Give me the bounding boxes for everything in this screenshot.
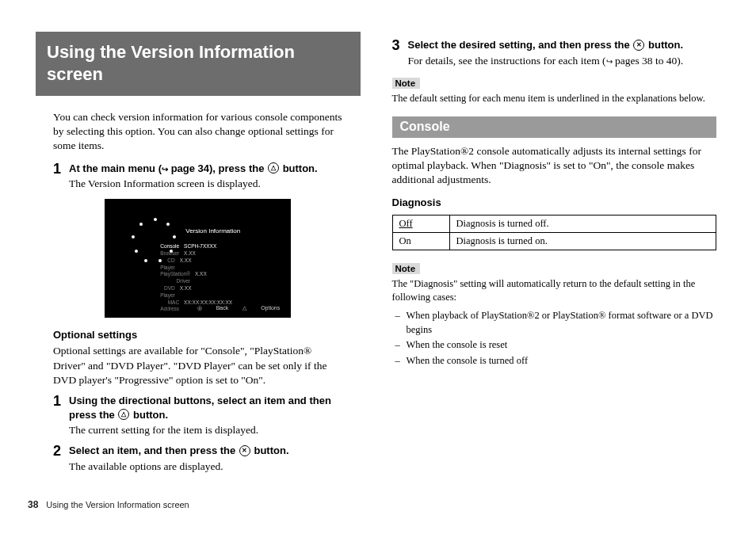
opt-step-3: 3 Select the desired setting, and then p… bbox=[392, 38, 717, 68]
text: Select an item, and then press the bbox=[69, 444, 239, 456]
text: button. bbox=[251, 444, 289, 456]
step-desc: The Version Information screen is displa… bbox=[69, 177, 361, 191]
arrow-ref-icon bbox=[162, 162, 168, 174]
list-item: When the console is turned off bbox=[407, 354, 717, 368]
note-label: Note bbox=[392, 78, 421, 89]
text: Select the desired setting, and then pre… bbox=[408, 39, 633, 51]
ss-row: DVD PlayerX.XX bbox=[160, 285, 223, 299]
console-text: The PlayStation®2 console automatically … bbox=[392, 144, 717, 188]
page-footer: 38Using the Version Information screen bbox=[28, 499, 189, 510]
right-column: 3 Select the desired setting, and then p… bbox=[392, 32, 717, 477]
footer-title: Using the Version Information screen bbox=[46, 500, 189, 509]
note-text: The default setting for each menu item i… bbox=[392, 92, 717, 105]
step-title: Using the directional buttons, select an… bbox=[69, 394, 361, 421]
ss-row: PlayStation® DriverX.XX bbox=[160, 271, 223, 285]
text: Using the directional buttons, select an… bbox=[69, 395, 331, 421]
step-desc: The current setting for the item is disp… bbox=[69, 423, 361, 437]
ss-list: ConsoleSCPH-7XXXXBrowserX.XXCD PlayerX.X… bbox=[160, 243, 223, 313]
step-desc: For details, see the instructions for ea… bbox=[408, 54, 717, 68]
ss-row: BrowserX.XX bbox=[160, 250, 223, 257]
intro-text: You can check version information for va… bbox=[53, 110, 343, 154]
opt-step-1: 1 Using the directional buttons, select … bbox=[53, 394, 361, 437]
page-number: 38 bbox=[28, 499, 38, 510]
optional-settings-text: Optional settings are available for "Con… bbox=[53, 344, 343, 387]
text: page 34), press the bbox=[168, 162, 267, 174]
text: button. bbox=[130, 409, 168, 421]
list-item: When playback of PlayStation®2 or PlaySt… bbox=[407, 309, 717, 337]
note-dash-list: When playback of PlayStation®2 or PlaySt… bbox=[407, 309, 717, 368]
optional-settings-heading: Optional settings bbox=[53, 329, 361, 341]
arrow-ref-icon bbox=[606, 55, 613, 67]
ss-row: CD PlayerX.XX bbox=[160, 257, 223, 272]
step-title: Select the desired setting, and then pre… bbox=[408, 38, 717, 52]
x-button-icon bbox=[633, 40, 644, 51]
step-number: 3 bbox=[392, 38, 408, 68]
console-section-heading: Console bbox=[392, 116, 717, 138]
step-number: 1 bbox=[53, 162, 69, 192]
diagnosis-table: OffDiagnosis is turned off.OnDiagnosis i… bbox=[392, 215, 717, 250]
ss-title: Version Information bbox=[185, 227, 240, 235]
main-heading: Using the Version Information screen bbox=[36, 32, 361, 96]
diagnosis-heading: Diagnosis bbox=[392, 196, 717, 208]
step-desc: The available options are displayed. bbox=[69, 460, 361, 474]
opt-step-2: 2 Select an item, and then press the but… bbox=[53, 444, 361, 474]
x-button-icon bbox=[239, 445, 250, 456]
text: For details, see the instructions for ea… bbox=[408, 55, 606, 67]
ss-row: ConsoleSCPH-7XXXX bbox=[160, 243, 223, 250]
step-1: 1 At the main menu ( page 34), press the… bbox=[53, 162, 361, 192]
version-info-screenshot: Version Information ConsoleSCPH-7XXXXBro… bbox=[105, 199, 291, 318]
step-number: 1 bbox=[53, 394, 69, 437]
text: pages 38 to 40). bbox=[613, 55, 684, 67]
step-title: Select an item, and then press the butto… bbox=[69, 444, 361, 458]
ss-options: △ Options bbox=[242, 305, 280, 311]
list-item: When the console is reset bbox=[407, 338, 717, 353]
triangle-button-icon bbox=[268, 162, 279, 174]
ss-back: ◎ Back bbox=[197, 305, 229, 311]
ss-footer: ◎ Back △ Options bbox=[185, 305, 281, 311]
note-label-2: Note bbox=[392, 263, 421, 274]
left-column: Using the Version Information screen You… bbox=[36, 32, 361, 477]
step-number: 2 bbox=[53, 444, 69, 474]
table-row: OffDiagnosis is turned off. bbox=[392, 216, 716, 233]
text: button. bbox=[280, 162, 318, 174]
table-row: OnDiagnosis is turned on. bbox=[392, 233, 716, 250]
triangle-button-icon bbox=[118, 409, 129, 420]
step-title: At the main menu ( page 34), press the b… bbox=[69, 162, 361, 176]
note-text-2: The "Diagnosis" setting will automatical… bbox=[392, 277, 717, 304]
text: At the main menu ( bbox=[69, 162, 162, 174]
text: button. bbox=[645, 39, 683, 51]
